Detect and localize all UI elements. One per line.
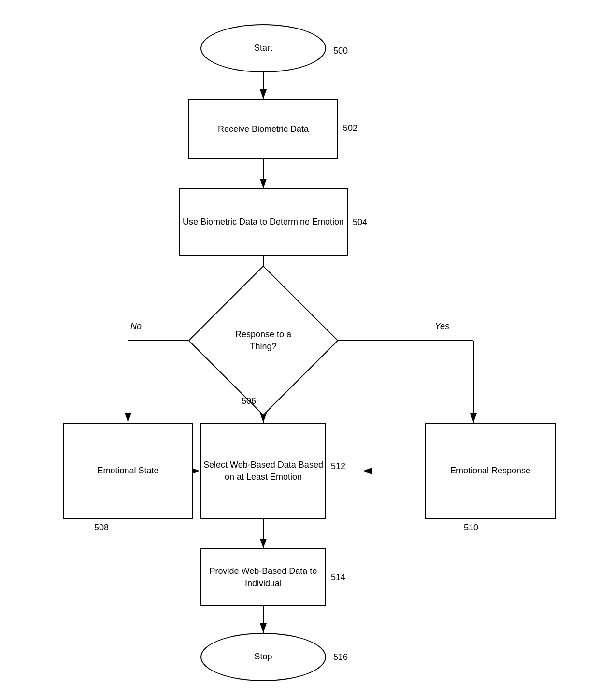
start-label: Start [254,42,272,54]
select-web-node: Select Web-Based Data Based on at Least … [200,423,326,519]
use-biometric-node: Use Biometric Data to Determine Emotion [179,188,348,256]
flowchart: Start 500 Receive Biometric Data 502 Use… [0,0,599,700]
provide-web-node: Provide Web-Based Data to Individual [200,548,326,606]
start-node: Start [200,24,326,72]
ref-514: 514 [331,572,345,583]
ref-504: 504 [353,217,367,228]
provide-web-label: Provide Web-Based Data to Individual [201,565,325,589]
decision-node: Response to a Thing? [210,287,316,394]
ref-502: 502 [343,123,357,133]
no-label: No [130,321,142,331]
receive-label: Receive Biometric Data [218,123,309,135]
yes-label: Yes [435,321,449,331]
ref-508: 508 [94,523,109,533]
emotional-response-label: Emotional Response [450,465,530,477]
emotional-state-node: Emotional State [63,423,193,519]
ref-512: 512 [331,461,345,471]
select-web-label: Select Web-Based Data Based on at Least … [201,459,325,483]
receive-biometric-node: Receive Biometric Data [188,99,338,159]
stop-node: Stop [200,633,326,681]
stop-label: Stop [254,651,272,663]
decision-label: Response to a Thing? [225,329,302,353]
use-biometric-label: Use Biometric Data to Determine Emotion [183,216,344,228]
ref-510: 510 [464,523,478,533]
emotional-response-node: Emotional Response [425,423,556,519]
emotional-state-label: Emotional State [97,465,158,477]
ref-516: 516 [333,652,348,662]
ref-500: 500 [333,46,348,56]
ref-506: 506 [242,396,256,406]
